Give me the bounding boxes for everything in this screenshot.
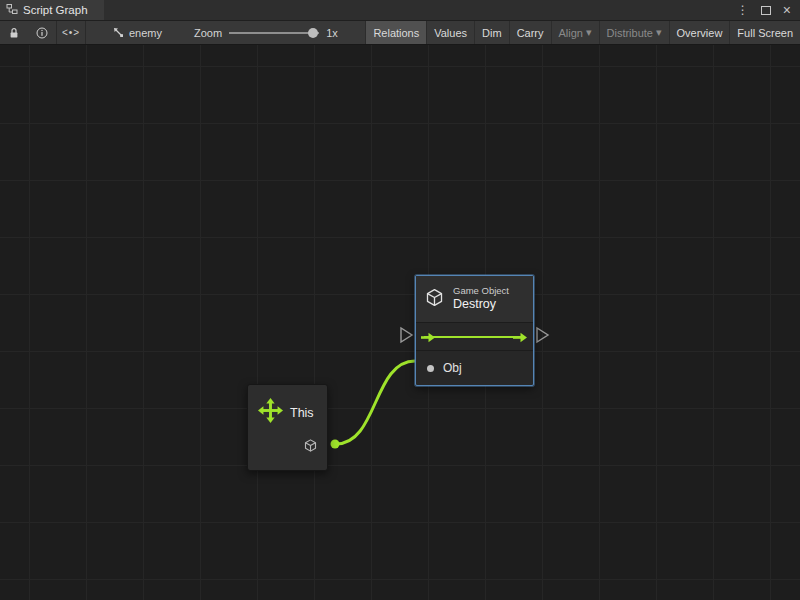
zoom-control: Zoom 1x	[194, 27, 338, 39]
graph-name: enemy	[129, 27, 162, 39]
maximize-icon[interactable]	[761, 6, 771, 15]
chevron-down-icon: ▾	[656, 26, 662, 39]
tab-script-graph[interactable]: Script Graph	[0, 0, 104, 20]
full-screen-button[interactable]: Full Screen	[729, 21, 800, 44]
destroy-node-title: Destroy	[453, 297, 509, 313]
lock-icon[interactable]	[0, 21, 28, 44]
this-output-port[interactable]	[331, 440, 340, 449]
close-icon[interactable]: ×	[783, 3, 791, 17]
move-arrows-icon	[258, 398, 283, 427]
control-flow-row	[416, 323, 533, 351]
tab-title: Script Graph	[23, 4, 88, 16]
control-output-port[interactable]	[537, 328, 548, 342]
relations-button[interactable]: Relations	[365, 21, 426, 44]
carry-button[interactable]: Carry	[509, 21, 551, 44]
toolbar-buttons: Relations Values Dim Carry Align ▾ Distr…	[365, 21, 800, 44]
this-node[interactable]: This	[247, 384, 328, 471]
zoom-slider-thumb[interactable]	[308, 28, 318, 38]
wire-layer	[0, 45, 800, 600]
flow-enter-arrow-icon[interactable]	[421, 330, 436, 348]
flow-exit-arrow-icon[interactable]	[513, 330, 528, 348]
window-titlebar: Script Graph ⋮ ×	[0, 0, 800, 21]
align-dropdown[interactable]: Align ▾	[551, 21, 599, 44]
chevron-down-icon: ▾	[586, 26, 592, 39]
obj-port-row: Obj	[416, 351, 533, 385]
graph-toolbar: <•> enemy Zoom 1x Relations Values Dim	[0, 21, 800, 45]
graph-icon	[112, 26, 124, 40]
dim-button[interactable]: Dim	[474, 21, 509, 44]
this-node-title: This	[290, 406, 314, 420]
zoom-value: 1x	[326, 27, 338, 39]
window-menu-icon[interactable]: ⋮	[737, 4, 749, 16]
graph-canvas[interactable]: This Game Object Destroy	[0, 45, 800, 600]
distribute-dropdown[interactable]: Distribute ▾	[599, 21, 669, 44]
flow-line	[424, 336, 525, 338]
obj-input-port[interactable]	[427, 365, 434, 372]
zoom-slider[interactable]	[229, 32, 319, 34]
control-input-port[interactable]	[401, 328, 412, 342]
code-view-icon[interactable]: <•>	[57, 21, 85, 44]
info-icon[interactable]	[28, 21, 56, 44]
obj-port-label: Obj	[443, 361, 462, 375]
game-object-cube-icon	[424, 287, 445, 312]
toolbar-separator	[85, 21, 86, 44]
overview-button[interactable]: Overview	[669, 21, 730, 44]
destroy-node-category: Game Object	[453, 285, 509, 297]
values-button[interactable]: Values	[426, 21, 474, 44]
game-object-cube-icon	[303, 438, 318, 457]
script-graph-icon	[6, 3, 18, 17]
destroy-node[interactable]: Game Object Destroy Obj	[415, 275, 534, 386]
graph-breadcrumb[interactable]: enemy	[112, 26, 162, 40]
connection-wire[interactable]	[336, 361, 415, 444]
zoom-label: Zoom	[194, 27, 222, 39]
destroy-node-header: Game Object Destroy	[416, 276, 533, 323]
